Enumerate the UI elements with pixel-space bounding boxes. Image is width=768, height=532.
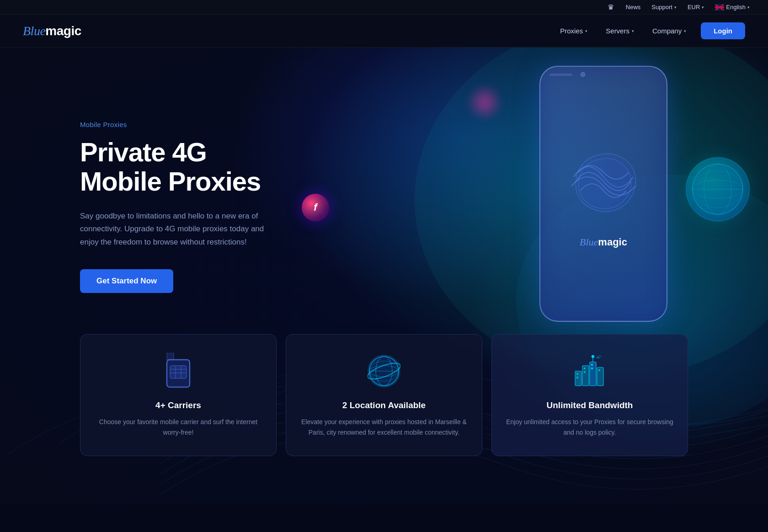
city-icon [573, 355, 606, 388]
crown-icon: ♛ [607, 3, 615, 11]
flag-icon [715, 4, 724, 11]
svg-rect-31 [598, 369, 600, 371]
login-button[interactable]: Login [701, 22, 745, 39]
feature-cards: 4+ Carriers Choose your favorite mobile … [80, 334, 688, 456]
support-link[interactable]: Support ▾ [651, 4, 677, 11]
locations-desc: Elevate your experience with proxies hos… [300, 417, 468, 437]
svg-point-33 [592, 355, 594, 358]
feature-card-bandwidth: Unlimited Bandwidth Enjoy unlimited acce… [491, 334, 688, 456]
phone-camera [581, 72, 585, 77]
language-dropdown-icon: ▾ [747, 5, 750, 10]
nav-company[interactable]: Company ▾ [645, 23, 693, 38]
hero-description: Say goodbye to limitations and hello to … [80, 210, 283, 250]
hero-content: Mobile Proxies Private 4G Mobile Proxies… [0, 48, 283, 311]
carriers-desc: Choose your favorite mobile carrier and … [94, 417, 262, 437]
bandwidth-icon-wrap [571, 353, 608, 389]
sim-card-icon [165, 353, 192, 389]
feature-card-carriers: 4+ Carriers Choose your favorite mobile … [80, 334, 277, 456]
locations-icon-wrap [366, 353, 402, 389]
news-link[interactable]: News [626, 4, 641, 11]
nav-links: Proxies ▾ Servers ▾ Company ▾ Login [553, 22, 745, 39]
phone-screen: Bluemagic [540, 77, 667, 321]
svg-rect-23 [590, 362, 596, 386]
servers-dropdown-icon: ▾ [632, 29, 634, 33]
logo[interactable]: Bluemagic [23, 24, 81, 38]
floating-sphere-decoration: f [302, 194, 329, 221]
phone-logo: Bluemagic [580, 236, 627, 248]
hero-section: f [0, 48, 768, 505]
get-started-button[interactable]: Get Started Now [80, 269, 173, 293]
phone-mockup: Bluemagic [539, 66, 667, 322]
bandwidth-title: Unlimited Bandwidth [547, 400, 633, 410]
bandwidth-desc: Enjoy unlimited access to your Proxies f… [506, 417, 674, 437]
phone-wave-svg [562, 140, 645, 223]
currency-selector[interactable]: EUR ▾ [688, 4, 704, 11]
svg-rect-25 [576, 373, 578, 375]
nav-servers[interactable]: Servers ▾ [598, 23, 641, 38]
navbar: Bluemagic Proxies ▾ Servers ▾ Company ▾ … [0, 15, 768, 48]
logo-magic-text: magic [45, 24, 81, 38]
globe-card-icon [368, 355, 400, 388]
hero-subtitle: Mobile Proxies [80, 121, 283, 128]
language-selector[interactable]: English ▾ [715, 4, 750, 11]
carriers-icon-wrap [160, 353, 197, 389]
svg-rect-8 [170, 366, 187, 378]
globe-svg [690, 162, 745, 217]
proxies-dropdown-icon: ▾ [585, 29, 587, 33]
nav-proxies[interactable]: Proxies ▾ [553, 23, 595, 38]
phone-outer: Bluemagic [539, 66, 667, 322]
svg-rect-26 [576, 377, 578, 378]
currency-dropdown-icon: ▾ [702, 5, 704, 10]
deco-circle-top [466, 84, 503, 121]
phone-speaker [549, 74, 572, 76]
carriers-title: 4+ Carriers [155, 400, 201, 410]
svg-rect-29 [591, 364, 593, 366]
locations-title: 2 Location Available [342, 400, 426, 410]
hero-title: Private 4G Mobile Proxies [80, 138, 283, 196]
svg-rect-27 [584, 367, 586, 369]
feature-card-locations: 2 Location Available Elevate your experi… [286, 334, 482, 456]
svg-rect-30 [591, 367, 593, 369]
support-dropdown-icon: ▾ [674, 5, 677, 10]
top-bar: ♛ News Support ▾ EUR ▾ English ▾ [0, 0, 768, 15]
company-dropdown-icon: ▾ [684, 29, 686, 33]
phone-top-bar [540, 67, 667, 77]
globe-decoration [686, 157, 750, 221]
logo-blue-text: Blue [23, 24, 45, 38]
svg-rect-28 [584, 371, 586, 373]
svg-rect-21 [575, 371, 581, 386]
